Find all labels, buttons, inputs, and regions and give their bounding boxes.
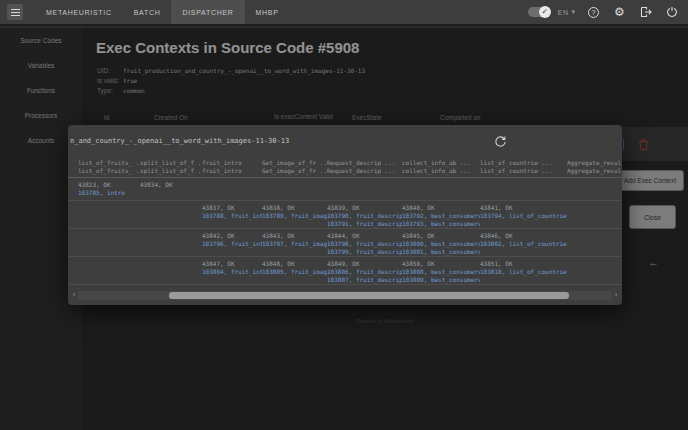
variable-link[interactable]: 103799, fruit_description,raw bbox=[327, 248, 398, 256]
task-id-status: 43839, OK bbox=[327, 204, 398, 212]
task-id-status: 43847, OK bbox=[202, 260, 258, 268]
scroll-left-icon[interactable]: ‹ bbox=[70, 290, 78, 300]
settings-gear-icon[interactable]: ⚙ bbox=[613, 6, 626, 19]
task-id-status: 43850, OK bbox=[402, 260, 476, 268]
grid-cell: 43851, OK103810, list_of_countries bbox=[480, 260, 567, 284]
variable-link[interactable]: 103810, list_of_countries bbox=[480, 268, 563, 276]
variable-link[interactable]: 103802, list_of_countries bbox=[480, 240, 563, 248]
variable-link[interactable]: 103797, fruit_image bbox=[262, 240, 323, 248]
grid-column-header-line: Get_image_of_fr ... bbox=[262, 159, 323, 167]
horizontal-scrollbar: ‹ › bbox=[70, 290, 620, 300]
variable-link[interactable]: 103789, fruit_image bbox=[262, 212, 323, 220]
variable-link[interactable]: 103807, fruit_description,raw bbox=[327, 276, 398, 284]
task-id-status: 43837, OK bbox=[202, 204, 258, 212]
grid-header-row: list_of_fruits_ ...list_of_fruits_ ...sp… bbox=[68, 155, 622, 178]
task-id-status: 43840, OK bbox=[402, 204, 476, 212]
grid-cell: 43840, OK103792, best_consumers103793, b… bbox=[402, 204, 480, 228]
scrollbar-track[interactable] bbox=[78, 291, 612, 300]
variable-link[interactable]: 103796, fruit_intro bbox=[202, 240, 258, 248]
grid-column-header: list_of_countrie ...list_of_countrie ... bbox=[480, 159, 567, 175]
grid-column-header: Get_image_of_fr ...Get_image_of_fr ... bbox=[262, 159, 327, 175]
variable-link[interactable]: 103790, fruit_description bbox=[327, 212, 398, 220]
exec-context-state-dialog: n_and_country_-_openai__to_word_with_ima… bbox=[68, 125, 622, 305]
grid-cell: 43839, OK103790, fruit_description103791… bbox=[327, 204, 402, 228]
grid-row: 43837, OK103788, fruit_intro43838, OK103… bbox=[68, 201, 622, 229]
variable-link[interactable]: 103809, best_consumers,raw bbox=[402, 276, 476, 284]
grid-column-header-line: Aggregate_resul ... bbox=[567, 159, 622, 167]
exec-state-grid: list_of_fruits_ ...list_of_fruits_ ...sp… bbox=[68, 155, 622, 285]
task-id-status: 43842, OK bbox=[202, 232, 258, 240]
nav-item-dispatcher[interactable]: DISPATCHER bbox=[171, 0, 244, 24]
grid-column-header-line: fruit_intro bbox=[202, 159, 258, 167]
task-id-status: 43849, OK bbox=[327, 260, 398, 268]
grid-cell: 43848, OK103805, fruit_image bbox=[262, 260, 327, 284]
task-id-status: 43848, OK bbox=[262, 260, 323, 268]
grid-cell: 43847, OK103804, fruit_intro bbox=[202, 260, 262, 284]
grid-cell: 43842, OK103796, fruit_intro bbox=[202, 232, 262, 256]
variable-link[interactable]: 103785, intro bbox=[78, 189, 136, 197]
grid-row: 43842, OK103796, fruit_intro43843, OK103… bbox=[68, 229, 622, 257]
variable-link[interactable]: 103806, fruit_description bbox=[327, 268, 398, 276]
grid-column-header: collect_info_ab ...collect_info_ab ... bbox=[402, 159, 480, 175]
nav-item-batch[interactable]: BATCH bbox=[123, 0, 172, 24]
task-id-status: 43851, OK bbox=[480, 260, 563, 268]
variable-link[interactable]: 103794, list_of_countries bbox=[480, 212, 563, 220]
grid-column-header-line: collect_info_ab ... bbox=[402, 167, 476, 175]
grid-cell: 43850, OK103808, best_consumers103809, b… bbox=[402, 260, 480, 284]
variable-link[interactable]: 103800, best_consumers bbox=[402, 240, 476, 248]
variable-link[interactable]: 103788, fruit_intro bbox=[202, 212, 258, 220]
variable-link[interactable]: 103804, fruit_intro bbox=[202, 268, 258, 276]
task-id-status: 43841, OK bbox=[480, 204, 563, 212]
power-icon[interactable] bbox=[665, 6, 678, 19]
task-id-status: 43838, OK bbox=[262, 204, 323, 212]
scroll-right-icon[interactable]: › bbox=[612, 290, 620, 300]
language-selector[interactable]: EN bbox=[558, 9, 569, 16]
task-id-status: 43823, OK bbox=[78, 181, 136, 189]
grid-column-header: split_list_of_f ...split_list_of_f ... bbox=[140, 159, 202, 175]
grid-column-header-line: list_of_fruits_ ... bbox=[78, 167, 136, 175]
task-id-status: 43834, OK bbox=[140, 181, 198, 189]
grid-cell: 43838, OK103789, fruit_image bbox=[262, 204, 327, 228]
grid-column-header: fruit_introfruit_intro bbox=[202, 159, 262, 175]
grid-cell: 43823, OK103785, intro bbox=[78, 181, 140, 197]
grid-column-header-line: list_of_countrie ... bbox=[480, 167, 563, 175]
main-nav: METAHEURISTIC BATCH DISPATCHER MHBP bbox=[35, 0, 290, 24]
grid-column-header-line: Request_descrip ... bbox=[327, 167, 398, 175]
grid-cell: 43841, OK103794, list_of_countries bbox=[480, 204, 567, 228]
refresh-icon[interactable] bbox=[494, 135, 507, 148]
chevron-down-icon[interactable]: ▾ bbox=[571, 8, 575, 16]
grid-column-header-line: Get_image_of_fr ... bbox=[262, 167, 323, 175]
variable-link[interactable]: 103791, fruit_description,raw bbox=[327, 220, 398, 228]
help-icon[interactable]: ? bbox=[587, 6, 600, 19]
variable-link[interactable]: 103792, best_consumers bbox=[402, 212, 476, 220]
dialog-title: n_and_country_-_openai__to_word_with_ima… bbox=[70, 137, 289, 145]
task-id-status: 43846, OK bbox=[480, 232, 563, 240]
grid-cell: 43837, OK103788, fruit_intro bbox=[202, 204, 262, 228]
topbar-right-controls: ✓ EN ▾ ? ⚙ bbox=[528, 6, 688, 19]
grid-cell: 43849, OK103806, fruit_description103807… bbox=[327, 260, 402, 284]
task-id-status: 43844, OK bbox=[327, 232, 398, 240]
grid-cell: 43844, OK103798, fruit_description103799… bbox=[327, 232, 402, 256]
grid-column-header-line: Request_descrip ... bbox=[327, 159, 398, 167]
variable-link[interactable]: 103805, fruit_image bbox=[262, 268, 323, 276]
variable-link[interactable]: 103808, best_consumers bbox=[402, 268, 476, 276]
hamburger-menu-icon[interactable] bbox=[7, 4, 23, 20]
nav-item-mhbp[interactable]: MHBP bbox=[245, 0, 290, 24]
grid-cell: 43834, OK bbox=[140, 181, 202, 197]
nav-item-metaheuristic[interactable]: METAHEURISTIC bbox=[35, 0, 123, 24]
grid-column-header-line: split_list_of_f ... bbox=[140, 167, 198, 175]
scrollbar-thumb[interactable] bbox=[169, 292, 570, 299]
task-id-status: 43845, OK bbox=[402, 232, 476, 240]
dark-mode-toggle[interactable]: ✓ bbox=[528, 7, 550, 17]
grid-cell: 43843, OK103797, fruit_image bbox=[262, 232, 327, 256]
grid-column-header-line: list_of_countrie ... bbox=[480, 159, 563, 167]
variable-link[interactable]: 103793, best_consumers,raw bbox=[402, 220, 476, 228]
variable-link[interactable]: 103801, best_consumers,raw bbox=[402, 248, 476, 256]
grid-column-header: list_of_fruits_ ...list_of_fruits_ ... bbox=[78, 159, 140, 175]
variable-link[interactable]: 103798, fruit_description bbox=[327, 240, 398, 248]
grid-column-header-line: fruit_intro bbox=[202, 167, 258, 175]
grid-column-header-line: split_list_of_f ... bbox=[140, 159, 198, 167]
task-id-status: 43843, OK bbox=[262, 232, 323, 240]
grid-column-header: Aggregate_resul ...Aggregate_resul ... bbox=[567, 159, 622, 175]
logout-icon[interactable] bbox=[639, 6, 652, 19]
